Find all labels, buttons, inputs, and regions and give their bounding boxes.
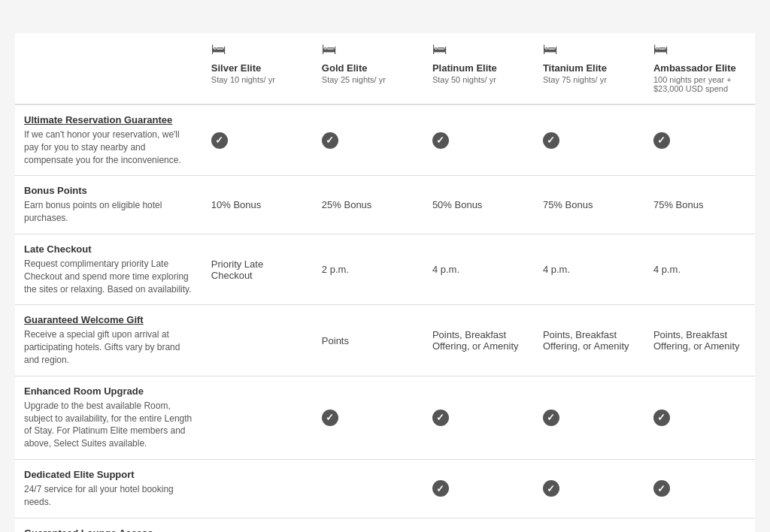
tier-name-platinum: Platinum Elite bbox=[432, 62, 525, 74]
benefit-elite-support-silver bbox=[202, 459, 313, 518]
benefit-late-checkout-titanium: 4 p.m. bbox=[534, 234, 644, 304]
benefit-col-header bbox=[15, 33, 202, 104]
benefit-welcome-gift-platinum: Points, Breakfast Offering, or Amenity bbox=[423, 305, 534, 376]
benefit-desc-lounge-access: Guaranteed Lounge Access At hotel brands… bbox=[15, 518, 202, 532]
benefit-text-welcome-gift: Receive a special gift upon arrival at p… bbox=[24, 328, 193, 366]
tier-req-silver: Stay 10 nights/ yr bbox=[211, 75, 304, 84]
tier-name-titanium: Titanium Elite bbox=[543, 62, 635, 74]
checkmark-icon: ✓ bbox=[211, 132, 228, 149]
checkmark-icon: ✓ bbox=[432, 480, 449, 497]
benefit-welcome-gift-titanium: Points, Breakfast Offering, or Amenity bbox=[534, 305, 644, 376]
benefit-row-bonus-points: Bonus Points Earn bonus points on eligib… bbox=[15, 176, 755, 234]
benefit-lounge-access-platinum: ✓ bbox=[423, 518, 534, 532]
benefit-room-upgrade-platinum: ✓ bbox=[423, 376, 534, 459]
benefit-title-room-upgrade: Enhanced Room Upgrade bbox=[24, 385, 193, 397]
benefit-desc-elite-support: Dedicated Elite Support 24/7 service for… bbox=[15, 459, 202, 518]
tier-header-titanium: 🛏 Titanium Elite Stay 75 nights/ yr bbox=[534, 33, 644, 104]
benefit-text-late-checkout: Request complimentary priority Late Chec… bbox=[24, 258, 193, 295]
benefit-row-reservation-guarantee: Ultimate Reservation Guarantee If we can… bbox=[15, 104, 755, 176]
benefit-room-upgrade-ambassador: ✓ bbox=[644, 376, 755, 459]
benefit-elite-support-gold bbox=[313, 459, 423, 518]
checkmark-icon: ✓ bbox=[653, 410, 670, 426]
benefits-table-wrapper: 🛏 Silver Elite Stay 10 nights/ yr 🛏 Gold… bbox=[15, 33, 755, 532]
benefit-text-room-upgrade: Upgrade to the best available Room, subj… bbox=[24, 400, 193, 450]
checkmark-icon: ✓ bbox=[653, 480, 670, 497]
benefit-lounge-access-titanium: ✓ bbox=[534, 518, 644, 532]
benefit-bonus-points-platinum: 50% Bonus bbox=[423, 176, 534, 234]
tier-header-row: 🛏 Silver Elite Stay 10 nights/ yr 🛏 Gold… bbox=[15, 33, 755, 104]
benefit-welcome-gift-ambassador: Points, Breakfast Offering, or Amenity bbox=[644, 305, 755, 376]
benefit-welcome-gift-gold: Points bbox=[313, 305, 423, 376]
benefit-row-room-upgrade: Enhanced Room Upgrade Upgrade to the bes… bbox=[15, 376, 755, 459]
benefit-lounge-access-gold bbox=[313, 518, 423, 532]
checkmark-icon: ✓ bbox=[653, 132, 670, 149]
tier-req-platinum: Stay 50 nights/ yr bbox=[432, 75, 525, 84]
tier-header-platinum: 🛏 Platinum Elite Stay 50 nights/ yr bbox=[423, 33, 534, 104]
tier-req-ambassador: 100 nights per year + $23,000 USD spend bbox=[653, 75, 746, 93]
checkmark-icon: ✓ bbox=[543, 480, 559, 497]
benefit-late-checkout-silver: Priority Late Checkout bbox=[202, 234, 313, 304]
benefit-desc-late-checkout: Late Checkout Request complimentary prio… bbox=[15, 234, 202, 304]
benefit-row-welcome-gift: Guaranteed Welcome Gift Receive a specia… bbox=[15, 305, 755, 376]
benefit-reservation-guarantee-platinum: ✓ bbox=[423, 104, 534, 176]
benefits-table: 🛏 Silver Elite Stay 10 nights/ yr 🛏 Gold… bbox=[15, 33, 755, 532]
tier-header-gold: 🛏 Gold Elite Stay 25 nights/ yr bbox=[313, 33, 423, 104]
benefit-late-checkout-platinum: 4 p.m. bbox=[423, 234, 534, 304]
checkmark-icon: ✓ bbox=[322, 132, 338, 149]
benefit-text-bonus-points: Earn bonus points on eligible hotel purc… bbox=[24, 199, 193, 225]
tier-req-gold: Stay 25 nights/ yr bbox=[322, 75, 414, 84]
benefit-late-checkout-ambassador: 4 p.m. bbox=[644, 234, 755, 304]
tier-icon-titanium: 🛏 bbox=[543, 41, 635, 58]
checkmark-icon: ✓ bbox=[432, 132, 449, 149]
tier-name-ambassador: Ambassador Elite bbox=[653, 62, 746, 74]
benefit-bonus-points-titanium: 75% Bonus bbox=[534, 176, 644, 234]
benefit-desc-reservation-guarantee: Ultimate Reservation Guarantee If we can… bbox=[15, 104, 202, 176]
tier-icon-gold: 🛏 bbox=[322, 41, 414, 58]
benefit-elite-support-ambassador: ✓ bbox=[644, 459, 755, 518]
benefit-text-elite-support: 24/7 service for all your hotel booking … bbox=[24, 483, 193, 509]
benefit-elite-support-platinum: ✓ bbox=[423, 459, 534, 518]
benefit-lounge-access-ambassador: ✓ bbox=[644, 518, 755, 532]
benefit-late-checkout-gold: 2 p.m. bbox=[313, 234, 423, 304]
benefit-row-lounge-access: Guaranteed Lounge Access At hotel brands… bbox=[15, 518, 755, 532]
benefit-title-lounge-access: Guaranteed Lounge Access bbox=[24, 527, 193, 532]
benefit-desc-bonus-points: Bonus Points Earn bonus points on eligib… bbox=[15, 176, 202, 234]
benefit-bonus-points-gold: 25% Bonus bbox=[313, 176, 423, 234]
tier-name-silver: Silver Elite bbox=[211, 62, 304, 74]
benefit-bonus-points-ambassador: 75% Bonus bbox=[644, 176, 755, 234]
checkmark-icon: ✓ bbox=[432, 410, 449, 426]
tier-name-gold: Gold Elite bbox=[322, 62, 414, 74]
tier-icon-ambassador: 🛏 bbox=[653, 41, 746, 58]
tier-icon-silver: 🛏 bbox=[211, 41, 304, 58]
benefit-reservation-guarantee-gold: ✓ bbox=[313, 104, 423, 176]
benefit-desc-welcome-gift: Guaranteed Welcome Gift Receive a specia… bbox=[15, 305, 202, 376]
checkmark-icon: ✓ bbox=[322, 410, 338, 426]
tier-req-titanium: Stay 75 nights/ yr bbox=[543, 75, 635, 84]
benefit-elite-support-titanium: ✓ bbox=[534, 459, 644, 518]
benefit-reservation-guarantee-ambassador: ✓ bbox=[644, 104, 755, 176]
benefit-title-welcome-gift: Guaranteed Welcome Gift bbox=[24, 314, 193, 325]
benefit-reservation-guarantee-titanium: ✓ bbox=[534, 104, 644, 176]
checkmark-icon: ✓ bbox=[543, 132, 559, 149]
benefit-row-elite-support: Dedicated Elite Support 24/7 service for… bbox=[15, 459, 755, 518]
benefit-lounge-access-silver bbox=[202, 518, 313, 532]
benefit-room-upgrade-gold: ✓ bbox=[313, 376, 423, 459]
benefit-desc-room-upgrade: Enhanced Room Upgrade Upgrade to the bes… bbox=[15, 376, 202, 459]
tier-header-ambassador: 🛏 Ambassador Elite 100 nights per year +… bbox=[644, 33, 755, 104]
benefit-welcome-gift-silver bbox=[202, 305, 313, 376]
benefit-room-upgrade-titanium: ✓ bbox=[534, 376, 644, 459]
benefit-bonus-points-silver: 10% Bonus bbox=[202, 176, 313, 234]
benefit-title-elite-support: Dedicated Elite Support bbox=[24, 469, 193, 480]
checkmark-icon: ✓ bbox=[543, 410, 559, 426]
benefit-row-late-checkout: Late Checkout Request complimentary prio… bbox=[15, 234, 755, 304]
benefit-reservation-guarantee-silver: ✓ bbox=[202, 104, 313, 176]
tier-icon-platinum: 🛏 bbox=[432, 41, 525, 58]
benefit-title-bonus-points: Bonus Points bbox=[24, 185, 193, 196]
benefit-text-reservation-guarantee: If we can't honor your reservation, we'l… bbox=[24, 128, 193, 166]
tier-header-silver: 🛏 Silver Elite Stay 10 nights/ yr bbox=[202, 33, 313, 104]
benefit-title-reservation-guarantee: Ultimate Reservation Guarantee bbox=[24, 114, 193, 125]
benefit-title-late-checkout: Late Checkout bbox=[24, 243, 193, 255]
benefit-room-upgrade-silver bbox=[202, 376, 313, 459]
